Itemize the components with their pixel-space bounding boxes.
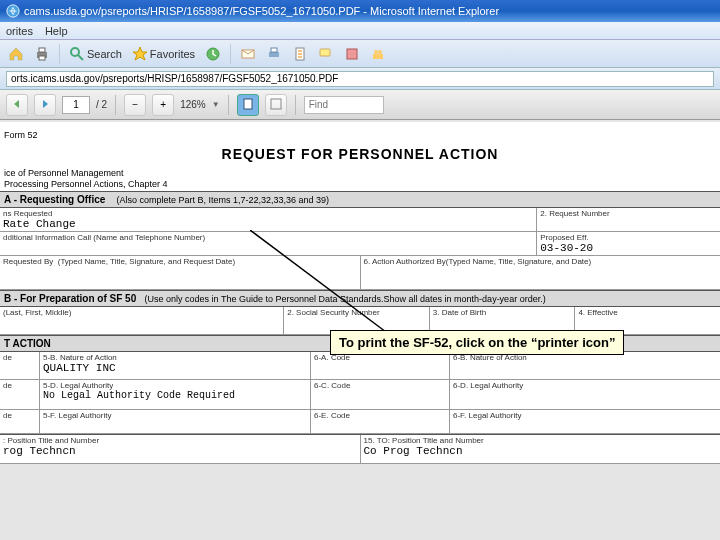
svg-rect-8 xyxy=(269,52,279,57)
f6c-label: 6-C. Code xyxy=(314,381,446,390)
form-number: Form 52 xyxy=(0,130,720,142)
printer-icon xyxy=(34,46,50,62)
proposed-eff-value: 03-30-20 xyxy=(540,242,717,254)
svg-point-14 xyxy=(378,50,382,54)
additional-info-label: dditional Information Call (Name and Tel… xyxy=(3,233,533,242)
code-label: de xyxy=(3,411,36,420)
favorites-button[interactable]: Favorites xyxy=(128,43,199,65)
star-icon xyxy=(132,46,148,62)
menu-bar: orites Help xyxy=(0,22,720,40)
svg-line-5 xyxy=(78,55,83,60)
part-b-header: B - For Preparation of SF 50 (Use only c… xyxy=(0,290,720,307)
page-number-input[interactable] xyxy=(62,96,90,114)
part-b-title: B - For Preparation of SF 50 xyxy=(4,293,136,304)
arrow-left-icon xyxy=(11,98,23,112)
row-actions-requested: ns Requested Rate Change 2. Request Numb… xyxy=(0,208,720,232)
fit-icon xyxy=(270,98,282,112)
research-button[interactable] xyxy=(340,43,364,65)
svg-rect-11 xyxy=(320,49,330,56)
discuss-button[interactable] xyxy=(314,43,338,65)
address-bar xyxy=(0,68,720,90)
find-input[interactable] xyxy=(304,96,384,114)
f6e-label: 6-E. Code xyxy=(314,411,446,420)
first-action-header: T ACTION xyxy=(4,338,360,349)
window-title: cams.usda.gov/psreports/HRISP/1658987/FG… xyxy=(24,5,499,17)
row-5f: de 5-F. Legal Authority 6-E. Code 6-F. L… xyxy=(0,410,720,434)
minus-icon: − xyxy=(132,99,138,110)
page-icon xyxy=(242,98,254,112)
history-icon xyxy=(205,46,221,62)
menu-favorites[interactable]: orites xyxy=(6,25,33,37)
print2-icon xyxy=(266,46,282,62)
row-5d: de 5-D. Legal Authority No Legal Authori… xyxy=(0,380,720,410)
f5b-value: QUALITY INC xyxy=(43,362,307,374)
people-icon xyxy=(370,46,386,62)
menu-help[interactable]: Help xyxy=(45,25,68,37)
request-number-label: 2. Request Number xyxy=(540,209,717,218)
mail-icon xyxy=(240,46,256,62)
part-b-note: (Use only codes in The Guide to Personne… xyxy=(145,294,546,304)
pos7-label: : Position Title and Number xyxy=(3,436,357,445)
proposed-eff-label: Proposed Eff. xyxy=(540,233,717,242)
print-button[interactable] xyxy=(30,43,54,65)
mail-button[interactable] xyxy=(236,43,260,65)
scroll-mode-button[interactable] xyxy=(237,94,259,116)
annotation-callout: To print the SF-52, click on the “printe… xyxy=(330,330,624,355)
document-viewport: To print the SF-52, click on the “printe… xyxy=(0,120,720,540)
form-title: REQUEST FOR PERSONNEL ACTION xyxy=(0,146,720,162)
home-button[interactable] xyxy=(4,43,28,65)
pdf-prev-button[interactable] xyxy=(6,94,28,116)
row-additional-info: dditional Information Call (Name and Tel… xyxy=(0,232,720,256)
dropdown-icon[interactable]: ▼ xyxy=(212,100,220,109)
part-a-title: A - Requesting Office xyxy=(4,194,105,205)
part-a-note: (Also complete Part B, Items 1,7-22,32,3… xyxy=(116,195,329,205)
search-icon xyxy=(69,46,85,62)
zoom-out-button[interactable]: − xyxy=(124,94,146,116)
book-icon xyxy=(344,46,360,62)
actions-requested-label: ns Requested xyxy=(3,209,533,218)
f6d-label: 6-D. Legal Authority xyxy=(453,381,717,390)
arrow-right-icon xyxy=(39,98,51,112)
toolbar-separator xyxy=(59,44,60,64)
svg-rect-3 xyxy=(39,56,45,60)
svg-point-4 xyxy=(71,48,79,56)
search-button[interactable]: Search xyxy=(65,43,126,65)
edit-icon xyxy=(292,46,308,62)
dob-label: 3. Date of Birth xyxy=(433,308,572,317)
window-titlebar: cams.usda.gov/psreports/HRISP/1658987/FG… xyxy=(0,0,720,22)
code-label: de xyxy=(3,381,36,390)
f6f-label: 6-F. Legal Authority xyxy=(453,411,717,420)
zoom-level: 126% xyxy=(180,99,206,110)
svg-rect-15 xyxy=(373,54,383,59)
discuss-icon xyxy=(318,46,334,62)
edit-button[interactable] xyxy=(288,43,312,65)
action-authorized-label: 6. Action Authorized By(Typed Name, Titl… xyxy=(364,257,718,266)
row-requested-by: Requested By (Typed Name, Title, Signatu… xyxy=(0,256,720,290)
svg-point-13 xyxy=(374,50,378,54)
svg-rect-16 xyxy=(244,99,252,109)
svg-rect-17 xyxy=(271,99,281,109)
svg-rect-9 xyxy=(271,48,277,52)
pdf-separator xyxy=(115,95,116,115)
reading-mode-button[interactable] xyxy=(265,94,287,116)
toolbar-separator xyxy=(230,44,231,64)
ssn-label: 2. Social Security Number xyxy=(287,308,426,317)
requested-by-label: Requested By xyxy=(3,257,53,266)
f5d-value: No Legal Authority Code Required xyxy=(43,390,307,401)
svg-rect-12 xyxy=(347,49,357,59)
actions-requested-value: Rate Change xyxy=(3,218,533,230)
part-a-header: A - Requesting Office (Also complete Par… xyxy=(0,191,720,208)
history-button[interactable] xyxy=(201,43,225,65)
f5f-label: 5-F. Legal Authority xyxy=(43,411,307,420)
pdf-separator xyxy=(295,95,296,115)
form-subhdr2: Processing Personnel Actions, Chapter 4 xyxy=(0,179,720,191)
search-label: Search xyxy=(87,48,122,60)
favorites-label: Favorites xyxy=(150,48,195,60)
zoom-in-button[interactable]: + xyxy=(152,94,174,116)
f5b-label: 5-B. Nature of Action xyxy=(43,353,307,362)
tb-print-button[interactable] xyxy=(262,43,286,65)
messenger-button[interactable] xyxy=(366,43,390,65)
pos15-label: 15. TO: Position Title and Number xyxy=(364,436,718,445)
address-input[interactable] xyxy=(6,71,714,87)
pdf-next-button[interactable] xyxy=(34,94,56,116)
